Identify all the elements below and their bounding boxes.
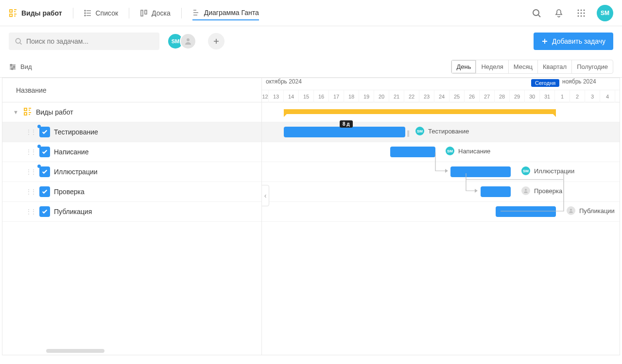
tab-title-label: Виды работ: [21, 9, 62, 17]
task-checkbox[interactable]: [39, 147, 50, 157]
drag-handle-icon[interactable]: ⋮⋮: [26, 129, 35, 135]
zoom-month[interactable]: Месяц: [509, 60, 538, 73]
bell-icon[interactable]: [552, 6, 566, 20]
task-label: Иллюстрации: [54, 168, 98, 176]
day-cell: 20: [374, 90, 389, 102]
day-cell: 21: [389, 90, 404, 102]
day-cell: 29: [510, 90, 525, 102]
gantt-task-row[interactable]: 8 д ∥ SM Тестирование: [262, 122, 620, 142]
gantt-body: 8 д ∥ SM Тестирование SM Написание SM Ил…: [262, 102, 620, 222]
assignee-avatar[interactable]: SM: [521, 166, 530, 175]
view-settings-button[interactable]: Вид: [9, 63, 32, 71]
svg-point-24: [525, 189, 527, 191]
list-icon: [84, 9, 92, 17]
zoom-day[interactable]: День: [451, 60, 476, 73]
svg-rect-23: [24, 113, 27, 115]
month-label: октябрь 2024: [266, 78, 302, 85]
day-cell: 14: [284, 90, 299, 102]
main: Название ▼ Виды работ ⋮⋮ Тестирование ⋮⋮…: [2, 78, 620, 355]
task-label: Проверка: [54, 188, 85, 196]
search-box[interactable]: [9, 33, 159, 50]
avatar-unassigned[interactable]: [180, 33, 196, 50]
separator: [129, 8, 129, 18]
gantt-task-row[interactable]: SM Написание: [262, 142, 620, 162]
task-checkbox[interactable]: [39, 166, 50, 177]
svg-point-17: [16, 38, 20, 43]
assignee-avatar[interactable]: [521, 186, 530, 195]
gantt-task-row[interactable]: Проверка: [262, 182, 620, 202]
resize-handle-icon[interactable]: ∥: [407, 130, 410, 137]
column-header: Название: [2, 78, 261, 102]
day-cell: 31: [540, 90, 555, 102]
tab-gantt-label: Диаграмма Ганта: [204, 9, 259, 17]
sliders-icon: [9, 63, 17, 71]
tab-board[interactable]: Доска: [140, 6, 171, 20]
summary-bar[interactable]: [284, 109, 556, 114]
tab-list[interactable]: Список: [84, 6, 119, 20]
zoom-quarter[interactable]: Квартал: [538, 60, 572, 73]
assignee-avatar[interactable]: [567, 206, 575, 215]
month-row: октябрь 2024 ноябрь 2024 Сегодня: [262, 78, 620, 90]
svg-point-3: [85, 13, 86, 14]
board-icon: [140, 9, 148, 17]
tree-task[interactable]: ⋮⋮ Проверка: [2, 182, 261, 202]
day-cell: 26: [465, 90, 480, 102]
tree-task[interactable]: ⋮⋮ Тестирование: [2, 122, 261, 142]
tab-gantt[interactable]: Диаграмма Ганта: [192, 6, 259, 20]
bar-label: Публикации: [579, 207, 615, 215]
gantt-task-row[interactable]: SM Иллюстрации: [262, 162, 620, 182]
task-checkbox[interactable]: [39, 186, 50, 197]
svg-rect-1: [10, 14, 12, 17]
drag-handle-icon[interactable]: ⋮⋮: [26, 149, 35, 155]
bar-label: Проверка: [534, 187, 562, 195]
task-bar[interactable]: [496, 206, 556, 217]
tree-group[interactable]: ▼ Виды работ: [2, 102, 261, 122]
add-member-button[interactable]: [208, 33, 225, 50]
avatar[interactable]: SM: [597, 5, 613, 21]
drag-handle-icon[interactable]: ⋮⋮: [26, 208, 35, 215]
kanban-icon: [9, 9, 17, 17]
svg-point-10: [584, 9, 585, 11]
tab-title[interactable]: Виды работ: [9, 6, 62, 20]
day-cell: 13: [269, 90, 284, 102]
add-task-button[interactable]: Добавить задачу: [534, 33, 613, 50]
svg-point-20: [14, 66, 15, 67]
day-cell: 3: [585, 90, 600, 102]
apps-icon[interactable]: [574, 6, 588, 20]
gantt-icon: [192, 9, 200, 17]
tree-task[interactable]: ⋮⋮ Публикация: [2, 202, 261, 222]
avatar-stack[interactable]: SM: [167, 33, 196, 50]
search-input[interactable]: [26, 37, 154, 45]
task-bar[interactable]: [481, 186, 511, 197]
tree-task[interactable]: ⋮⋮ Иллюстрации: [2, 162, 261, 182]
assignee-avatar[interactable]: SM: [446, 147, 454, 155]
zoom-week[interactable]: Неделя: [476, 60, 508, 73]
h-scrollbar[interactable]: [46, 349, 104, 353]
svg-point-25: [570, 209, 572, 211]
today-pill[interactable]: Сегодня: [531, 79, 559, 87]
task-checkbox[interactable]: [39, 127, 50, 137]
task-bar[interactable]: [390, 147, 435, 157]
drag-handle-icon[interactable]: ⋮⋮: [26, 188, 35, 195]
assignee-avatar[interactable]: SM: [415, 127, 424, 135]
chevron-down-icon[interactable]: ▼: [13, 109, 18, 115]
task-checkbox[interactable]: [39, 206, 50, 217]
tree-task[interactable]: ⋮⋮ Написание: [2, 142, 261, 162]
tab-board-label: Доска: [152, 9, 171, 17]
header-actions: SM: [530, 5, 613, 21]
task-bar[interactable]: [284, 127, 405, 137]
day-cell: 27: [480, 90, 495, 102]
left-panel: Название ▼ Виды работ ⋮⋮ Тестирование ⋮⋮…: [2, 78, 262, 355]
search-icon: [15, 37, 22, 45]
task-bar[interactable]: [450, 166, 511, 177]
svg-rect-6: [145, 10, 147, 14]
drag-handle-icon[interactable]: ⋮⋮: [26, 168, 35, 175]
header: Виды работ Список Доска Диаграмма Ганта: [0, 0, 622, 26]
collapse-left-button[interactable]: ‹: [262, 185, 269, 206]
separator: [73, 8, 73, 18]
svg-point-12: [581, 12, 582, 14]
gantt-task-row[interactable]: Публикации: [262, 202, 620, 222]
day-cell: 4: [600, 90, 615, 102]
search-icon[interactable]: [530, 6, 543, 20]
zoom-half[interactable]: Полугодие: [572, 60, 613, 73]
